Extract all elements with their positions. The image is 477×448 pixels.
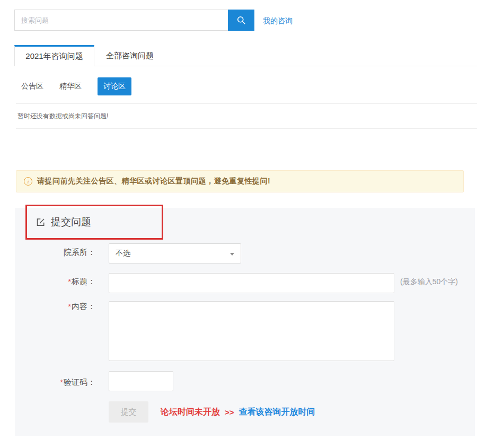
department-select[interactable]: 不选 [109, 243, 241, 263]
title-label: *标题： [15, 276, 95, 287]
form-title: 提交问题 [36, 215, 91, 229]
form-title-text: 提交问题 [51, 215, 91, 229]
zone-tabs: 公告区 精华区 讨论区 [21, 77, 131, 95]
submit-row: 提交 论坛时间未开放 >> 查看该咨询开放时间 [109, 401, 315, 423]
my-consult-link[interactable]: 我的咨询 [263, 16, 293, 26]
zone-tab-announcement[interactable]: 公告区 [21, 82, 43, 91]
zone-tab-discussion[interactable]: 讨论区 [98, 77, 131, 95]
submit-question-panel: 提交问题 院系所： 不选 *标题： (最多输入50个字) *内容： *验证码： … [15, 208, 475, 436]
content-textarea[interactable] [109, 301, 394, 361]
title-max-length-hint: (最多输入50个字) [400, 277, 458, 287]
search-button[interactable] [228, 10, 254, 31]
submit-button[interactable]: 提交 [109, 401, 148, 423]
search-input[interactable] [14, 10, 228, 31]
info-icon: i [24, 177, 32, 186]
search-icon [236, 15, 246, 25]
title-input[interactable] [109, 273, 394, 293]
zone-tab-featured[interactable]: 精华区 [59, 82, 82, 91]
tab-2021-questions[interactable]: 2021年咨询问题 [14, 45, 94, 66]
department-select-value: 不选 [116, 249, 130, 258]
edit-icon [36, 217, 46, 227]
empty-list-message: 暂时还没有数据或尚未回答问题! [16, 103, 477, 129]
status-arrow: >> [225, 408, 234, 417]
notice-text: 请提问前先关注公告区、精华区或讨论区置顶问题，避免重复性提问! [37, 177, 270, 186]
caret-down-icon [230, 253, 234, 256]
captcha-input[interactable] [109, 371, 173, 391]
view-open-time-link[interactable]: 查看该咨询开放时间 [239, 407, 315, 418]
content-label: *内容： [15, 301, 95, 312]
tab-all-questions[interactable]: 全部咨询问题 [94, 45, 165, 66]
captcha-label: *验证码： [15, 377, 95, 388]
notice-bar: i 请提问前先关注公告区、精华区或讨论区置顶问题，避免重复性提问! [16, 170, 464, 192]
forum-closed-status: 论坛时间未开放 [161, 407, 220, 418]
department-label: 院系所： [15, 247, 95, 258]
